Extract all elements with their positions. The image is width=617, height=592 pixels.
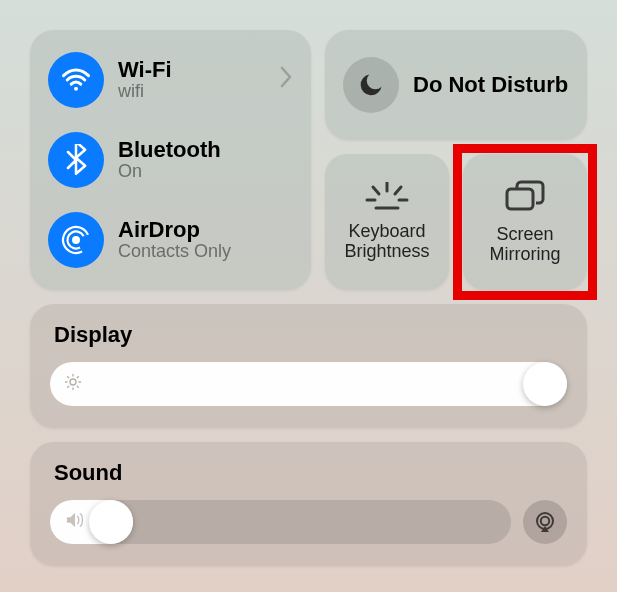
airdrop-icon <box>48 212 104 268</box>
svg-point-11 <box>70 379 76 385</box>
display-card: Display <box>30 304 587 428</box>
sound-card: Sound <box>30 442 587 566</box>
svg-line-16 <box>68 377 69 378</box>
keyboard-brightness-button[interactable]: Keyboard Brightness <box>325 154 449 290</box>
svg-line-5 <box>373 187 379 194</box>
sound-slider[interactable] <box>50 500 511 544</box>
display-slider-thumb[interactable] <box>523 362 567 406</box>
airdrop-row[interactable]: AirDrop Contacts Only <box>44 202 297 278</box>
svg-point-1 <box>72 236 80 244</box>
bluetooth-icon <box>48 132 104 188</box>
airdrop-sub: Contacts Only <box>118 242 293 262</box>
dnd-label: Do Not Disturb <box>413 73 568 97</box>
airdrop-text: AirDrop Contacts Only <box>118 218 293 262</box>
svg-line-6 <box>395 187 401 194</box>
control-center-panel: Wi-Fi wifi Bluetooth On <box>20 20 597 572</box>
svg-point-21 <box>541 517 549 525</box>
do-not-disturb-button[interactable]: Do Not Disturb <box>325 30 587 140</box>
svg-line-18 <box>68 386 69 387</box>
svg-point-0 <box>74 87 78 91</box>
svg-line-19 <box>77 377 78 378</box>
airplay-audio-button[interactable] <box>523 500 567 544</box>
volume-icon <box>64 511 86 533</box>
wifi-icon <box>48 52 104 108</box>
screen-mirroring-icon <box>504 179 546 217</box>
top-row: Wi-Fi wifi Bluetooth On <box>30 30 587 290</box>
wifi-title: Wi-Fi <box>118 58 265 82</box>
svg-line-17 <box>77 386 78 387</box>
bluetooth-title: Bluetooth <box>118 138 293 162</box>
screen-mirroring-button[interactable]: Screen Mirroring <box>463 154 587 290</box>
chevron-right-icon[interactable] <box>279 66 293 94</box>
svg-rect-10 <box>507 189 533 209</box>
connectivity-card: Wi-Fi wifi Bluetooth On <box>30 30 311 290</box>
moon-icon <box>343 57 399 113</box>
small-button-row: Keyboard Brightness Screen Mirroring <box>325 154 587 290</box>
wifi-sub: wifi <box>118 82 265 102</box>
highlight-ring <box>453 144 597 300</box>
keyboard-brightness-label: Keyboard Brightness <box>344 222 429 262</box>
bluetooth-row[interactable]: Bluetooth On <box>44 122 297 198</box>
bluetooth-text: Bluetooth On <box>118 138 293 182</box>
display-title: Display <box>50 322 567 348</box>
wifi-row[interactable]: Wi-Fi wifi <box>44 42 297 118</box>
brightness-icon <box>64 373 82 395</box>
screen-mirroring-label: Screen Mirroring <box>489 225 560 265</box>
airdrop-title: AirDrop <box>118 218 293 242</box>
wifi-text: Wi-Fi wifi <box>118 58 265 102</box>
keyboard-brightness-icon <box>364 182 410 214</box>
sound-title: Sound <box>50 460 567 486</box>
display-slider[interactable] <box>50 362 567 406</box>
right-column: Do Not Disturb Keyboard Bri <box>325 30 587 290</box>
bluetooth-sub: On <box>118 162 293 182</box>
sound-slider-thumb[interactable] <box>89 500 133 544</box>
